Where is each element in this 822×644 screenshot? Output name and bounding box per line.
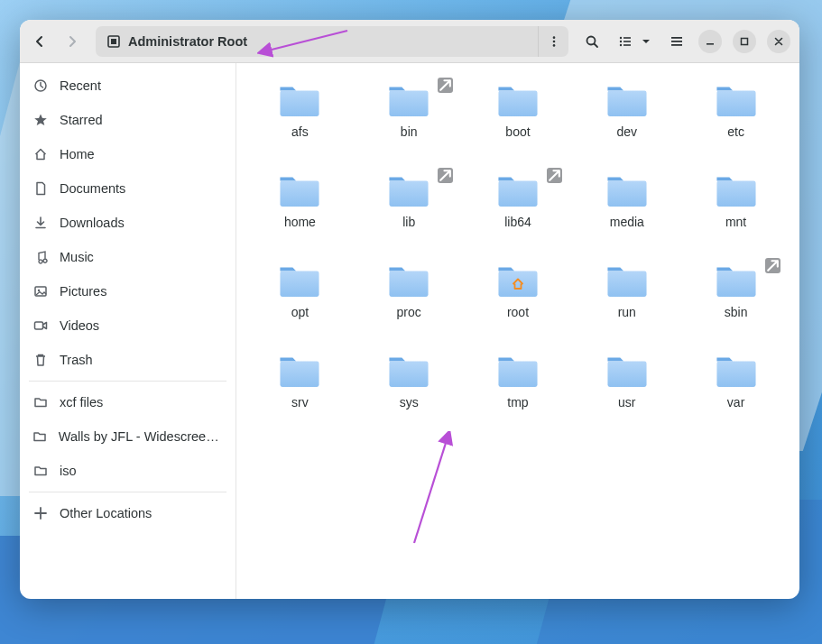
sidebar-other-locations[interactable]: Other Locations xyxy=(20,496,236,530)
view-list-button[interactable] xyxy=(614,27,637,56)
svg-rect-18 xyxy=(742,38,748,44)
svg-rect-15 xyxy=(671,41,682,42)
trash-icon xyxy=(32,353,49,367)
maximize-icon xyxy=(740,37,749,46)
minimize-icon xyxy=(706,37,715,46)
folder-icon xyxy=(386,354,431,390)
close-button[interactable] xyxy=(767,30,790,53)
svg-point-4 xyxy=(552,40,555,42)
maximize-button[interactable] xyxy=(733,30,756,53)
svg-rect-14 xyxy=(671,37,682,39)
folder-bin[interactable]: bin xyxy=(355,79,464,170)
folder-icon xyxy=(495,354,540,390)
back-button[interactable] xyxy=(25,27,54,56)
file-manager-window: Administrator Root xyxy=(20,20,799,599)
folder-label: home xyxy=(284,215,316,229)
folder-icon xyxy=(32,395,49,409)
folder-icon xyxy=(386,83,431,119)
svg-line-7 xyxy=(595,43,598,47)
sidebar-item-starred[interactable]: Starred xyxy=(20,103,236,137)
folder-icon xyxy=(495,83,540,119)
folder-tmp[interactable]: tmp xyxy=(464,350,573,440)
folder-home[interactable]: home xyxy=(245,170,355,260)
search-button[interactable] xyxy=(577,27,606,56)
folder-var[interactable]: var xyxy=(681,350,790,440)
folder-icon xyxy=(605,354,650,390)
sidebar-item-label: Documents xyxy=(60,181,125,196)
path-bar[interactable]: Administrator Root xyxy=(96,26,568,57)
folder-label: etc xyxy=(727,124,744,139)
forward-button[interactable] xyxy=(58,27,87,56)
folder-label: var xyxy=(727,395,744,409)
folder-sbin[interactable]: sbin xyxy=(681,260,790,350)
starred-icon xyxy=(32,113,49,127)
minimize-button[interactable] xyxy=(698,30,722,53)
pictures-icon xyxy=(32,284,49,299)
symlink-badge-icon xyxy=(765,258,780,273)
folder-icon xyxy=(605,263,650,299)
sidebar-item-label: Videos xyxy=(60,318,99,333)
sidebar-item-label: iso xyxy=(60,464,77,478)
downloads-icon xyxy=(32,216,49,230)
folder-etc[interactable]: etc xyxy=(681,79,790,170)
folder-lib[interactable]: lib xyxy=(355,170,464,260)
sidebar-item-label: Recent xyxy=(60,78,101,93)
folder-opt[interactable]: opt xyxy=(245,260,355,350)
folder-icon xyxy=(277,354,322,390)
symlink-badge-icon xyxy=(547,168,562,183)
folder-dev[interactable]: dev xyxy=(572,79,681,170)
folder-label: sys xyxy=(400,395,419,409)
sidebar-item-label: Walls by JFL - Widescreen (… xyxy=(59,429,223,444)
svg-point-5 xyxy=(552,44,555,47)
sidebar-item-music[interactable]: Music xyxy=(20,240,236,274)
sidebar-bookmark[interactable]: xcf files xyxy=(20,385,236,419)
sidebar-item-videos[interactable]: Videos xyxy=(20,308,236,343)
folder-label: boot xyxy=(505,124,530,139)
header-bar: Administrator Root xyxy=(20,20,799,63)
close-icon xyxy=(774,37,783,46)
hamburger-menu-button[interactable] xyxy=(662,27,691,56)
svg-rect-22 xyxy=(35,322,43,329)
sidebar-bookmark[interactable]: iso xyxy=(20,454,236,488)
folder-root[interactable]: root xyxy=(464,260,573,350)
folder-boot[interactable]: boot xyxy=(464,79,573,170)
music-icon xyxy=(32,250,49,264)
folder-mnt[interactable]: mnt xyxy=(681,170,790,260)
folder-proc[interactable]: proc xyxy=(355,260,464,350)
sidebar-item-label: Starred xyxy=(60,113,103,127)
folder-label: opt xyxy=(291,305,309,319)
sidebar-item-label: Music xyxy=(60,250,94,264)
folder-icon xyxy=(32,429,48,444)
sidebar-item-home[interactable]: Home xyxy=(20,137,236,171)
folder-icon xyxy=(495,263,540,299)
folder-icon xyxy=(714,263,759,299)
svg-point-12 xyxy=(620,43,622,45)
sidebar-item-downloads[interactable]: Downloads xyxy=(20,206,236,240)
folder-lib64[interactable]: lib64 xyxy=(464,170,573,260)
pathbar-menu-button[interactable] xyxy=(538,26,568,57)
hamburger-icon xyxy=(670,34,684,49)
sidebar-item-label: Home xyxy=(60,147,95,161)
folder-srv[interactable]: srv xyxy=(245,350,355,440)
folder-usr[interactable]: usr xyxy=(572,350,681,440)
folder-label: media xyxy=(610,215,644,229)
svg-point-3 xyxy=(552,36,555,39)
folder-run[interactable]: run xyxy=(572,260,681,350)
view-dropdown-button[interactable] xyxy=(637,27,655,56)
sidebar-item-recent[interactable]: Recent xyxy=(20,69,236,103)
folder-sys[interactable]: sys xyxy=(355,350,464,440)
folder-afs[interactable]: afs xyxy=(245,79,355,170)
folder-label: sbin xyxy=(725,305,748,319)
sidebar-item-trash[interactable]: Trash xyxy=(20,343,236,377)
videos-icon xyxy=(32,318,49,333)
sidebar-item-documents[interactable]: Documents xyxy=(20,171,236,206)
svg-rect-9 xyxy=(623,37,631,39)
folder-label: lib xyxy=(402,215,415,229)
sidebar-item-label: Other Locations xyxy=(60,506,152,520)
folder-media[interactable]: media xyxy=(572,170,681,260)
sidebar-item-pictures[interactable]: Pictures xyxy=(20,274,236,308)
folder-label: run xyxy=(618,305,636,319)
sidebar-bookmark[interactable]: Walls by JFL - Widescreen (… xyxy=(20,419,236,454)
icon-grid[interactable]: afsbinbootdevetchomeliblib64mediamntoptp… xyxy=(236,63,799,599)
kebab-icon xyxy=(548,35,560,48)
